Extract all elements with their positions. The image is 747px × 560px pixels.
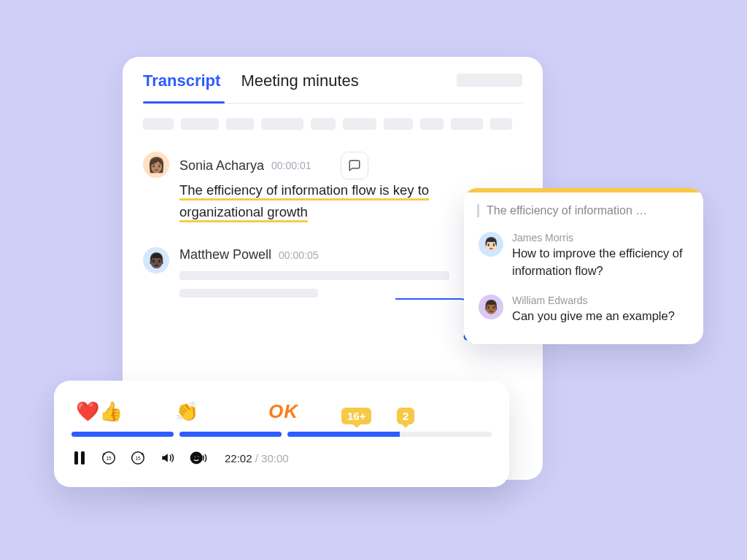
chip-placeholder bbox=[384, 118, 413, 130]
ok-reaction[interactable]: OK bbox=[268, 400, 298, 423]
comments-panel: The efficiency of information … 👨🏻 James… bbox=[464, 188, 703, 344]
comment-author: James Morris bbox=[512, 232, 689, 244]
pause-button[interactable] bbox=[71, 450, 88, 466]
highlighted-text[interactable]: The efficiency of information flow is ke… bbox=[179, 182, 429, 201]
speaker-name: Matthew Powell bbox=[179, 247, 271, 262]
avatar: 👩🏽 bbox=[143, 152, 169, 178]
rewind-15-button[interactable]: 15 bbox=[101, 450, 117, 466]
quoted-text: The efficiency of information … bbox=[477, 204, 690, 217]
reaction-count-badge[interactable]: 16+ bbox=[341, 408, 371, 424]
scrub-bar[interactable] bbox=[71, 432, 492, 437]
speaker-timestamp: 00:00:01 bbox=[271, 160, 311, 171]
scrub-segment[interactable] bbox=[71, 432, 174, 437]
comment-item: 👨🏾 William Edwards Can you give me an ex… bbox=[464, 283, 703, 328]
chip-placeholder bbox=[490, 118, 512, 130]
svg-point-8 bbox=[190, 452, 202, 464]
tabs: Transcript Meeting minutes bbox=[143, 57, 522, 104]
playback-speed-button[interactable] bbox=[188, 450, 207, 466]
avatar: 👨🏾 bbox=[479, 295, 503, 319]
tab-meeting-minutes[interactable]: Meeting minutes bbox=[241, 69, 358, 90]
heart-thumb-reaction[interactable]: ❤️👍 bbox=[76, 400, 123, 423]
svg-point-9 bbox=[194, 456, 196, 458]
add-comment-button[interactable] bbox=[341, 152, 368, 179]
text-placeholder bbox=[179, 289, 318, 298]
tab-transcript[interactable]: Transcript bbox=[143, 69, 220, 90]
comment-icon bbox=[348, 159, 361, 172]
chip-placeholder bbox=[226, 118, 254, 130]
svg-rect-3 bbox=[81, 451, 85, 464]
reaction-count-badge[interactable]: 2 bbox=[397, 408, 414, 424]
comment-author: William Edwards bbox=[512, 295, 675, 306]
rewind-15-icon: 15 bbox=[101, 450, 117, 466]
chip-placeholder bbox=[343, 118, 376, 130]
total-time: / 30:00 bbox=[255, 452, 289, 464]
transcript-text[interactable]: The efficiency of information flow is ke… bbox=[179, 182, 429, 219]
comment-text: How to improve the efficiency of informa… bbox=[512, 245, 689, 280]
svg-text:15: 15 bbox=[135, 456, 141, 461]
panel-accent-bar bbox=[464, 188, 703, 192]
player-controls: 15 15 22:02 / 30:00 bbox=[71, 450, 492, 466]
text-placeholder bbox=[179, 271, 449, 280]
pause-icon bbox=[74, 451, 85, 464]
speaker-name: Sonia Acharya bbox=[179, 158, 264, 174]
svg-rect-2 bbox=[74, 451, 78, 464]
reactions-row: ❤️👍 👏 OK 16+ 2 bbox=[71, 391, 492, 424]
chip-placeholder bbox=[311, 118, 336, 130]
chip-placeholder bbox=[181, 118, 219, 130]
scrub-segment[interactable] bbox=[287, 432, 492, 437]
volume-button[interactable] bbox=[159, 450, 175, 466]
time-display: 22:02 / 30:00 bbox=[225, 452, 289, 464]
comment-item: 👨🏻 James Morris How to improve the effic… bbox=[464, 220, 703, 283]
tab-active-indicator bbox=[143, 101, 225, 104]
highlighted-text[interactable]: organizational growth bbox=[179, 204, 308, 222]
speaker-timestamp: 00:00:05 bbox=[279, 249, 319, 261]
filter-chips bbox=[143, 104, 522, 137]
avatar: 👨🏿 bbox=[143, 247, 169, 273]
chip-placeholder bbox=[143, 118, 174, 130]
scrub-segment[interactable] bbox=[179, 432, 282, 437]
chip-placeholder bbox=[261, 118, 303, 130]
comment-text: Can you give me an example? bbox=[512, 308, 675, 325]
speed-icon bbox=[188, 450, 207, 466]
svg-text:15: 15 bbox=[106, 456, 112, 461]
avatar: 👨🏻 bbox=[479, 232, 503, 257]
chip-placeholder bbox=[451, 118, 483, 130]
placeholder-bar bbox=[457, 74, 522, 87]
current-time: 22:02 bbox=[225, 452, 252, 464]
chip-placeholder bbox=[420, 118, 444, 130]
forward-15-icon: 15 bbox=[130, 450, 146, 466]
forward-15-button[interactable]: 15 bbox=[130, 450, 146, 466]
player-panel: ❤️👍 👏 OK 16+ 2 15 15 22:02 / 30:00 bbox=[54, 381, 509, 487]
clap-reaction[interactable]: 👏 bbox=[175, 400, 198, 423]
volume-icon bbox=[159, 451, 175, 465]
svg-point-10 bbox=[198, 456, 200, 458]
